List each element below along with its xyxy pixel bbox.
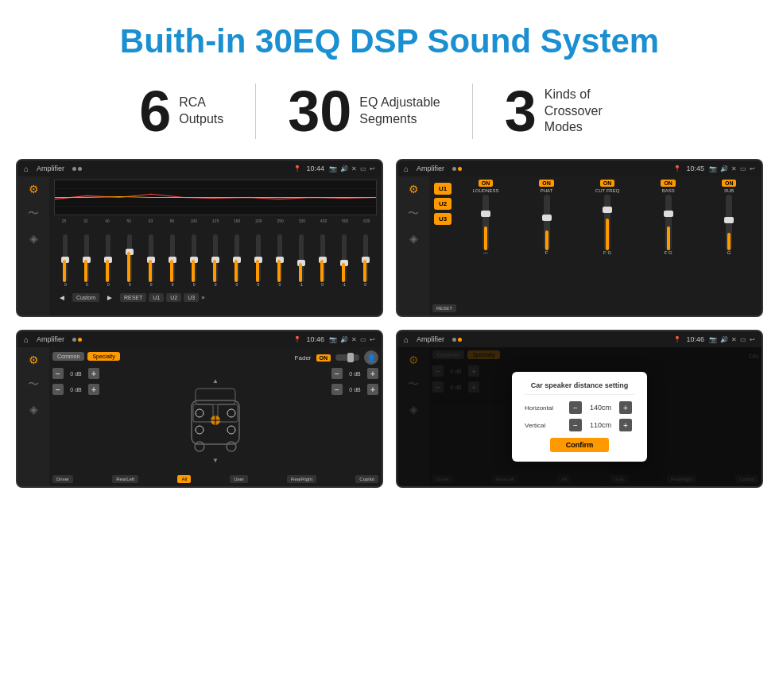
vol-plus-1[interactable]: + xyxy=(88,368,99,379)
eq-icon[interactable]: ⚙ xyxy=(29,183,39,195)
back-icon[interactable]: ↩ xyxy=(370,165,375,172)
tab-common[interactable]: Common xyxy=(52,352,84,361)
ctrl-thumb[interactable] xyxy=(481,211,490,217)
slider-track[interactable] xyxy=(170,234,175,282)
back-icon[interactable]: ↩ xyxy=(750,336,755,343)
dialog-vertical-row: Vertical − 110cm + xyxy=(525,419,634,431)
rearleft-button[interactable]: RearLeft xyxy=(112,475,138,483)
speaker-icon[interactable]: ◈ xyxy=(29,232,38,245)
custom-button[interactable]: Custom xyxy=(72,293,99,302)
tab-specialty[interactable]: Specialty xyxy=(87,352,119,361)
slider-col-4: 5 xyxy=(120,234,140,288)
speaker-icon[interactable]: ◈ xyxy=(409,232,418,245)
u1-button[interactable]: U1 xyxy=(434,183,452,195)
ctrl-slider[interactable] xyxy=(544,195,550,250)
home-icon[interactable]: ⌂ xyxy=(24,164,29,173)
wave-icon[interactable]: 〜 xyxy=(408,207,419,221)
slider-track[interactable] xyxy=(149,234,153,282)
rearright-button[interactable]: RearRight xyxy=(287,475,316,483)
ctrl-rail xyxy=(727,233,731,250)
eq-icon[interactable]: ⚙ xyxy=(409,183,419,195)
vertical-minus-button[interactable]: − xyxy=(569,419,582,431)
vol-minus-3[interactable]: − xyxy=(331,368,343,379)
ctrl-slider[interactable] xyxy=(726,195,732,250)
back-icon[interactable]: ↩ xyxy=(370,336,375,343)
vol-minus-1[interactable]: − xyxy=(52,368,64,379)
wave-icon[interactable]: 〜 xyxy=(28,207,39,221)
ctrl-label: BASS xyxy=(662,188,675,193)
u1-button[interactable]: U1 xyxy=(149,293,164,302)
fader-slider-mini[interactable] xyxy=(335,354,359,361)
ctrl-slider[interactable] xyxy=(665,195,672,250)
slider-track[interactable] xyxy=(277,234,282,282)
vertical-plus-button[interactable]: + xyxy=(619,419,632,431)
back-icon[interactable]: ↩ xyxy=(750,165,755,172)
crossover-status-dots xyxy=(452,167,462,171)
wave-icon[interactable]: 〜 xyxy=(28,377,39,392)
user-button[interactable]: User xyxy=(230,475,248,483)
slider-col-2: 0 xyxy=(77,234,97,288)
confirm-button[interactable]: Confirm xyxy=(550,438,610,452)
vol-minus-4[interactable]: − xyxy=(331,384,343,395)
ctrl-thumb[interactable] xyxy=(603,207,612,213)
home-icon[interactable]: ⌂ xyxy=(404,164,409,173)
slider-track[interactable] xyxy=(213,234,218,282)
ctrl-slider[interactable] xyxy=(604,195,610,250)
next-button[interactable]: ► xyxy=(102,292,118,304)
ctrl-thumb[interactable] xyxy=(542,215,552,221)
slider-col-10: 0 xyxy=(248,234,268,288)
slider-track[interactable] xyxy=(363,234,368,282)
ctrl-bass: ON BASS F G xyxy=(639,180,698,300)
u3-button[interactable]: U3 xyxy=(184,293,199,302)
dialog-overlay: Car speaker distance setting Horizontal … xyxy=(397,347,762,486)
dot1 xyxy=(452,167,456,171)
horizontal-minus-button[interactable]: − xyxy=(569,401,582,414)
driver-button[interactable]: Driver xyxy=(52,475,73,483)
vol-row-4: − 0 dB + xyxy=(331,384,378,395)
slider-track[interactable] xyxy=(299,234,304,282)
vol-row-3: − 0 dB + xyxy=(331,368,378,379)
svg-point-7 xyxy=(227,442,236,451)
speaker-icon[interactable]: ◈ xyxy=(29,403,38,416)
fader-on-badge: ON xyxy=(316,354,331,362)
copilot-button[interactable]: Copilot xyxy=(355,475,378,483)
horizontal-plus-button[interactable]: + xyxy=(619,401,632,414)
slider-track[interactable] xyxy=(84,234,89,282)
reset-button[interactable]: RESET xyxy=(120,293,146,302)
ctrl-slider[interactable] xyxy=(483,195,489,250)
vol-plus-2[interactable]: + xyxy=(88,384,99,395)
eq-icon[interactable]: ⚙ xyxy=(29,354,39,366)
slider-track[interactable] xyxy=(234,234,239,282)
prev-button[interactable]: ◄ xyxy=(54,292,70,304)
vol-val-2: 0 dB xyxy=(66,387,86,393)
slider-track[interactable] xyxy=(342,234,347,282)
slider-track[interactable] xyxy=(127,234,132,282)
ctrl-thumb[interactable] xyxy=(664,211,673,217)
close-icon: ✕ xyxy=(731,336,737,343)
vol-minus-2[interactable]: − xyxy=(52,384,64,395)
vol-plus-4[interactable]: + xyxy=(367,384,378,395)
slider-track[interactable] xyxy=(256,234,261,282)
slider-track[interactable] xyxy=(106,234,110,282)
slider-track[interactable] xyxy=(63,234,68,282)
person-icon[interactable]: 👤 xyxy=(364,350,378,365)
home-icon[interactable]: ⌂ xyxy=(404,335,409,344)
u3-button[interactable]: U3 xyxy=(434,213,452,225)
slider-track[interactable] xyxy=(320,234,325,282)
slider-col-7: 0 xyxy=(184,234,204,288)
ctrl-thumb[interactable] xyxy=(724,217,734,223)
ctrl-sub: ON SUB G xyxy=(700,180,758,300)
ctrl-phat: ON PHAT F xyxy=(517,180,576,300)
all-button[interactable]: All xyxy=(177,475,191,483)
ctrl-rail xyxy=(606,219,609,250)
slider-track[interactable] xyxy=(192,234,196,282)
crossover-reset-button[interactable]: RESET xyxy=(432,304,456,312)
u2-button[interactable]: U2 xyxy=(166,293,181,302)
fader-thumb-mini[interactable] xyxy=(347,353,354,362)
home-icon[interactable]: ⌂ xyxy=(24,335,29,344)
volume-icon: 🔊 xyxy=(340,336,348,343)
vol-plus-3[interactable]: + xyxy=(367,368,378,379)
u2-button[interactable]: U2 xyxy=(434,198,452,210)
battery-icon: ▭ xyxy=(740,165,746,172)
dialog-status-bar: ⌂ Amplifier 📍 10:46 📷 🔊 ✕ ▭ ↩ xyxy=(397,331,762,347)
